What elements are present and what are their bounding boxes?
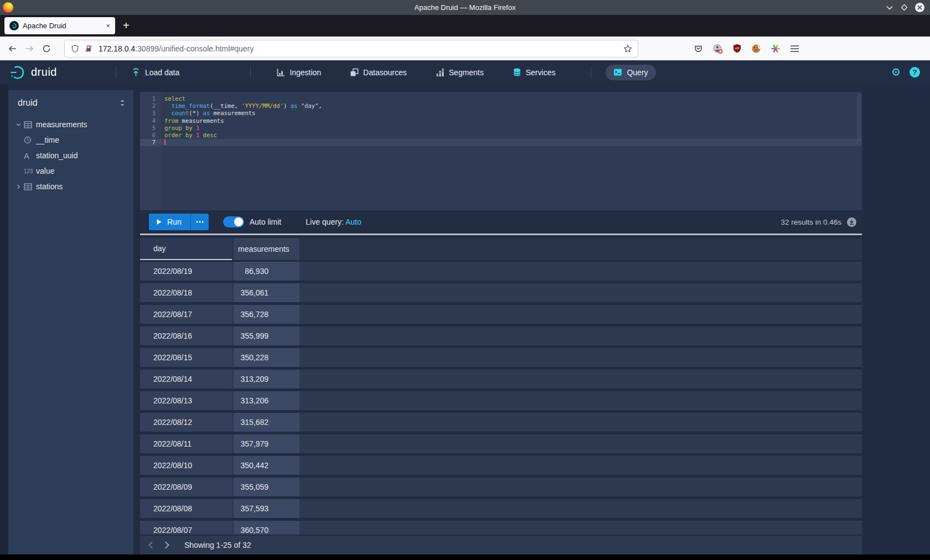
cell-measurements[interactable]: 86,930: [234, 262, 299, 281]
editor-scrollbar[interactable]: [857, 93, 861, 141]
cell-day[interactable]: 2022/08/10: [140, 456, 232, 475]
ublock-icon[interactable]: uO: [732, 44, 742, 53]
cell-day[interactable]: 2022/08/14: [140, 370, 232, 388]
os-titlebar: Apache Druid — Mozilla Firefox: [0, 0, 930, 15]
pagination-summary: Showing 1-25 of 32: [184, 541, 251, 549]
column-header-measurements[interactable]: measurements: [234, 238, 299, 260]
cookie-icon[interactable]: [751, 44, 761, 54]
nav-item-services[interactable]: Services: [513, 68, 556, 77]
tree-label: stations: [36, 182, 63, 191]
ingestion-icon: [276, 68, 285, 77]
menu-hamburger-icon[interactable]: [790, 45, 799, 53]
browser-tab[interactable]: Apache Druid ×: [4, 17, 115, 34]
code-line[interactable]: from measurements: [161, 117, 862, 125]
tree-item-stations[interactable]: stations: [8, 179, 133, 194]
cell-day[interactable]: 2022/08/08: [140, 499, 232, 518]
run-button-label: Run: [167, 217, 182, 226]
bookmark-star-icon[interactable]: [623, 44, 632, 53]
editor-code[interactable]: select time_format(__time, 'YYYY/MM/dd')…: [161, 92, 862, 210]
cell-measurements[interactable]: 357,979: [234, 434, 299, 453]
cell-measurements[interactable]: 313,209: [234, 370, 299, 388]
reload-button[interactable]: [42, 44, 51, 53]
code-line[interactable]: group by 1: [161, 125, 862, 132]
settings-gear-icon[interactable]: ⚙: [891, 67, 901, 77]
forward-button[interactable]: [25, 44, 34, 53]
chevron-down-icon[interactable]: [13, 122, 24, 128]
cell-day[interactable]: 2022/08/17: [140, 305, 232, 324]
pocket-icon[interactable]: [694, 44, 703, 53]
browser-toolbar: 172.18.0.4:30899/unified-console.html#qu…: [0, 37, 930, 61]
tab-close-icon[interactable]: ×: [106, 22, 110, 30]
druid-logo-icon: [10, 65, 27, 80]
druid-brand[interactable]: druid: [10, 65, 57, 80]
tree-item-station-uuid[interactable]: A station_uuid: [8, 148, 133, 163]
cell-measurements[interactable]: 355,999: [234, 326, 299, 345]
cell-measurements[interactable]: 356,728: [234, 305, 299, 324]
nav-divider: [116, 66, 116, 79]
tree-item-time[interactable]: __time: [8, 132, 133, 148]
nav-item-datasources[interactable]: Datasources: [350, 68, 407, 77]
cell-day[interactable]: 2022/08/07: [140, 521, 232, 535]
cell-day[interactable]: 2022/08/19: [140, 262, 232, 281]
lock-insecure-icon[interactable]: [84, 44, 93, 53]
code-line[interactable]: [161, 139, 862, 146]
minimize-button[interactable]: [886, 5, 893, 11]
cell-measurements[interactable]: 315,682: [234, 413, 299, 432]
sort-icon[interactable]: [119, 99, 126, 107]
cell-measurements[interactable]: 350,228: [234, 348, 299, 367]
shield-icon[interactable]: [71, 44, 79, 53]
asterisk-extension-icon[interactable]: [771, 44, 781, 54]
cell-day[interactable]: 2022/08/18: [140, 283, 232, 302]
code-line[interactable]: select: [161, 95, 862, 102]
auto-limit-toggle[interactable]: [223, 216, 244, 227]
code-line[interactable]: count(*) as measurements: [161, 110, 862, 117]
live-query-value[interactable]: Auto: [345, 217, 361, 226]
cell-measurements[interactable]: 355,059: [234, 478, 299, 496]
column-header-day[interactable]: day: [140, 238, 232, 260]
prev-page-button[interactable]: [148, 541, 153, 549]
load-data-icon: [131, 68, 141, 77]
run-button[interactable]: Run: [149, 214, 190, 230]
cell-measurements[interactable]: 313,206: [234, 391, 299, 410]
next-page-button[interactable]: [164, 541, 170, 549]
pane-resize-divider[interactable]: [140, 234, 862, 235]
close-button[interactable]: [915, 3, 924, 12]
sql-editor[interactable]: 1234567 select time_format(__time, 'YYYY…: [140, 92, 862, 210]
nav-item-segments[interactable]: Segments: [436, 68, 484, 77]
url-bar[interactable]: 172.18.0.4:30899/unified-console.html#qu…: [64, 40, 638, 58]
maximize-button[interactable]: [901, 4, 908, 11]
table-row: 2022/08/18356,061: [140, 283, 862, 302]
cell-measurements[interactable]: 350,442: [234, 456, 299, 475]
extension-disabled-icon[interactable]: [712, 44, 723, 54]
nav-item-ingestion[interactable]: Ingestion: [276, 68, 321, 77]
new-tab-button[interactable]: +: [123, 19, 130, 32]
tree-item-measurements[interactable]: measurements: [8, 117, 133, 132]
tree-item-value[interactable]: 123 value: [8, 163, 133, 179]
cell-day[interactable]: 2022/08/15: [140, 348, 232, 367]
string-type-icon: A: [24, 151, 36, 160]
nav-item-load-data[interactable]: Load data: [131, 68, 179, 77]
tab-title: Apache Druid: [23, 22, 66, 30]
download-icon[interactable]: [846, 217, 857, 227]
cell-day[interactable]: 2022/08/12: [140, 413, 232, 432]
nav-item-query[interactable]: Query: [606, 65, 655, 80]
back-button[interactable]: [8, 44, 17, 53]
code-line[interactable]: order by 1 desc: [161, 132, 862, 139]
run-more-button[interactable]: [190, 214, 209, 230]
cell-measurements[interactable]: 360,570: [234, 521, 299, 535]
cell-measurements[interactable]: 357,593: [234, 499, 299, 518]
code-line[interactable]: time_format(__time, 'YYYY/MM/dd') as "da…: [161, 102, 862, 110]
cell-day[interactable]: 2022/08/09: [140, 478, 232, 496]
line-number: 6: [140, 132, 161, 139]
cell-day[interactable]: 2022/08/13: [140, 391, 232, 410]
help-icon[interactable]: ?: [910, 67, 920, 77]
line-number: 5: [140, 125, 161, 132]
nav-label: Ingestion: [290, 68, 321, 77]
cell-day[interactable]: 2022/08/11: [140, 434, 232, 453]
cell-measurements[interactable]: 356,061: [234, 283, 299, 302]
table-row: 2022/08/15350,228: [140, 348, 862, 367]
chevron-right-icon[interactable]: [13, 184, 24, 190]
table-row: 2022/08/07360,570: [140, 521, 862, 535]
cell-day[interactable]: 2022/08/16: [140, 326, 232, 345]
live-query-control[interactable]: Live query: Auto: [306, 217, 361, 226]
